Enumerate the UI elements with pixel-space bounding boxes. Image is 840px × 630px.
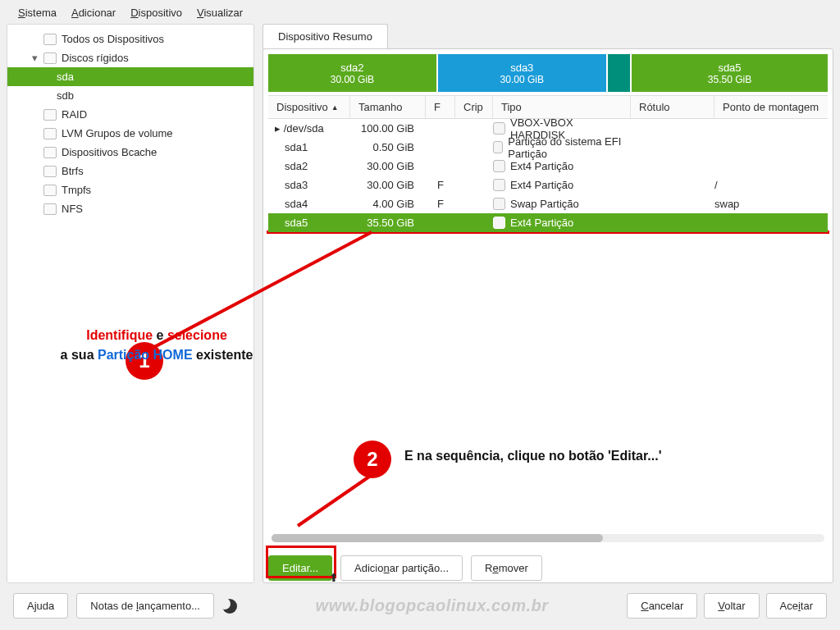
tree-lvm[interactable]: LVM Grupos de volume bbox=[7, 124, 253, 143]
nfs-icon bbox=[43, 203, 57, 215]
tree-tmpfs[interactable]: Tmpfs bbox=[7, 180, 253, 199]
partbar-gap bbox=[608, 54, 630, 92]
tab-device-summary[interactable]: Dispositivo Resumo bbox=[262, 24, 388, 48]
cancel-button[interactable]: Cancelar bbox=[627, 593, 697, 619]
menu-dispositivo[interactable]: Dispositivo bbox=[130, 7, 182, 19]
annotation-step-2: 2 bbox=[354, 441, 391, 478]
edit-button[interactable]: Editar... bbox=[268, 555, 332, 581]
lvm-icon bbox=[43, 128, 57, 139]
partbar-sda2[interactable]: sda230.00 GiB bbox=[268, 54, 436, 92]
partition-icon bbox=[493, 217, 505, 229]
back-button[interactable]: Voltar bbox=[704, 593, 759, 619]
partition-icon bbox=[493, 160, 505, 172]
col-label[interactable]: Rótulo bbox=[631, 96, 714, 118]
table-row[interactable]: sda330.00 GiBFExt4 Partição/ bbox=[268, 176, 828, 194]
cursor-icon: ⬆ bbox=[329, 571, 339, 584]
horizontal-scrollbar[interactable] bbox=[272, 534, 824, 542]
menu-sistema[interactable]: SSistemaistema bbox=[18, 7, 57, 19]
release-notes-button[interactable]: Notas de lançamento... bbox=[76, 593, 214, 619]
tree-nfs[interactable]: NFS bbox=[7, 199, 253, 218]
device-tree: Todos os Dispositivos ▾Discos rígidos sd… bbox=[7, 24, 254, 583]
disk-icon bbox=[43, 52, 57, 64]
menu-visualizar[interactable]: Visualizar bbox=[197, 7, 243, 19]
tree-btrfs[interactable]: Btrfs bbox=[7, 162, 253, 180]
col-type[interactable]: Tipo bbox=[493, 96, 631, 118]
sort-asc-icon: ▲ bbox=[331, 103, 339, 112]
tree-bcache[interactable]: Dispositivos Bcache bbox=[7, 143, 253, 162]
dark-mode-icon[interactable] bbox=[222, 599, 237, 614]
help-button[interactable]: Ajuda bbox=[13, 593, 68, 619]
tmpfs-icon bbox=[43, 185, 57, 196]
tree-hard-disks[interactable]: ▾Discos rígidos bbox=[7, 48, 253, 67]
tree-disk-sda[interactable]: sda bbox=[7, 67, 253, 86]
watermark: www.blogopcaolinux.com.br bbox=[245, 596, 619, 615]
table-row[interactable]: sda230.00 GiBExt4 Partição bbox=[268, 157, 828, 176]
partbar-sda3[interactable]: sda330.00 GiB bbox=[438, 54, 606, 92]
partition-icon bbox=[493, 179, 505, 191]
tree-raid[interactable]: RAID bbox=[7, 105, 253, 124]
footer: Ajuda Notas de lançamento... www.blogopc… bbox=[0, 583, 840, 630]
disk-icon bbox=[493, 122, 505, 135]
col-f[interactable]: F bbox=[426, 96, 455, 118]
scrollbar-thumb[interactable] bbox=[272, 534, 603, 542]
col-mount[interactable]: Ponto de montagem bbox=[714, 96, 828, 118]
menu-adicionar[interactable]: Adicionar bbox=[71, 7, 116, 19]
table-row[interactable]: sda44.00 GiBFSwap Partiçãoswap bbox=[268, 194, 828, 213]
accept-button[interactable]: Aceitar bbox=[766, 593, 827, 619]
partition-icon bbox=[493, 141, 503, 153]
svg-line-1 bbox=[298, 475, 372, 526]
devices-icon bbox=[43, 34, 57, 45]
partition-bar: sda230.00 GiB sda330.00 GiB sda535.50 Gi… bbox=[268, 54, 828, 92]
remove-button[interactable]: Remover bbox=[471, 555, 542, 581]
table-row-selected[interactable]: sda535.50 GiBExt4 Partição bbox=[268, 213, 828, 232]
annotation-highlight-row bbox=[267, 231, 829, 234]
add-partition-button[interactable]: Adicionar partição... bbox=[340, 555, 463, 581]
col-size[interactable]: Tamanho bbox=[350, 96, 426, 118]
bcache-icon bbox=[43, 147, 57, 158]
col-crip[interactable]: Crip bbox=[455, 96, 493, 118]
raid-icon bbox=[43, 109, 57, 121]
menubar: SSistemaistema Adicionar Dispositivo Vis… bbox=[0, 0, 840, 24]
partition-panel: sda230.00 GiB sda330.00 GiB sda535.50 Gi… bbox=[262, 48, 833, 583]
tree-all-devices[interactable]: Todos os Dispositivos bbox=[7, 30, 253, 48]
table-row[interactable]: sda10.50 GiBPartição do sistema EFI Part… bbox=[268, 138, 828, 157]
tree-disk-sdb[interactable]: sdb bbox=[7, 86, 253, 105]
annotations: 1 Identifique e selecione a sua Partição… bbox=[263, 235, 833, 529]
chevron-down-icon[interactable]: ▾ bbox=[30, 52, 39, 64]
col-device[interactable]: Dispositivo▲ bbox=[268, 96, 350, 118]
partition-icon bbox=[493, 198, 505, 210]
btrfs-icon bbox=[43, 166, 57, 177]
annotation-text-1: Identifique e selecione a sua Partição H… bbox=[42, 326, 272, 365]
annotation-text-2: E na sequência, clique no botão 'Editar.… bbox=[404, 449, 661, 463]
partbar-sda5[interactable]: sda535.50 GiB bbox=[632, 54, 828, 92]
partition-rows: ▸ /dev/sda100.00 GiBVBOX-VBOX HARDDISK s… bbox=[268, 119, 828, 232]
